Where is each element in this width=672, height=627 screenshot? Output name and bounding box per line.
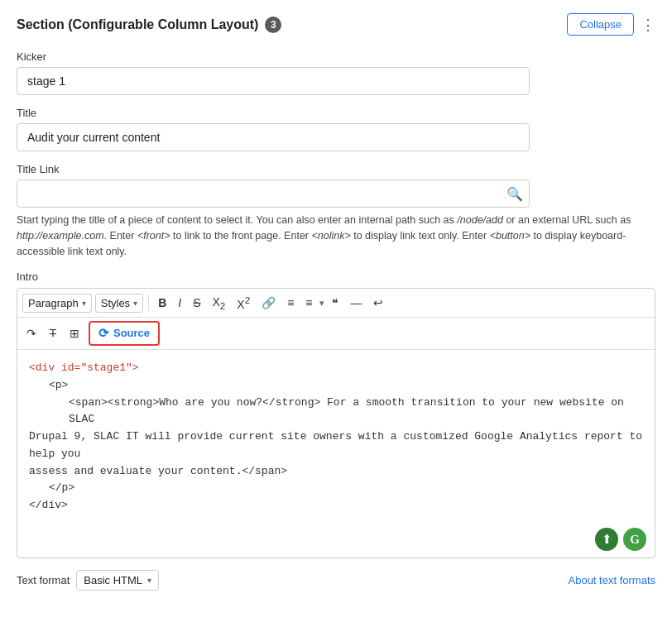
kicker-field-group: Kicker — [17, 50, 655, 95]
intro-label: Intro — [17, 270, 655, 283]
p-open-tag: <p> — [49, 379, 68, 391]
redo-icon: ↷ — [26, 327, 36, 340]
grammarly-icon-arrow: ⬆ — [602, 532, 612, 547]
source-button[interactable]: ⟳ Source — [89, 321, 160, 346]
source-button-label: Source — [113, 327, 150, 339]
text-format-bar: Text format Basic HTML ▾ About text form… — [17, 570, 655, 591]
hr-button[interactable]: — — [346, 294, 366, 312]
paragraph-select[interactable]: Paragraph ▾ — [22, 294, 92, 313]
editor-toolbar-row1: Paragraph ▾ Styles ▾ B I S X2 X2 🔗 ≡ — [17, 289, 655, 318]
text-format-chevron-icon: ▾ — [147, 576, 151, 585]
code-line-7: </div> — [29, 497, 643, 515]
p-close-tag: </p> — [49, 481, 74, 494]
paragraph-chevron-icon: ▾ — [82, 299, 86, 308]
title-link-wrapper: 🔍 — [17, 179, 530, 208]
blockquote-icon: ❝ — [332, 296, 338, 309]
text-format-label: Text format — [17, 574, 70, 586]
text-format-select[interactable]: Basic HTML ▾ — [76, 570, 159, 591]
title-link-search-button[interactable]: 🔍 — [506, 186, 523, 202]
grammarly-icon-2[interactable]: G — [623, 528, 646, 551]
table-icon: ⊞ — [70, 327, 79, 340]
styles-select-label: Styles — [101, 297, 130, 309]
title-field-group: Title — [17, 107, 655, 151]
title-input[interactable] — [17, 123, 530, 151]
redo-button[interactable]: ↷ — [22, 324, 41, 342]
unordered-list-icon: ≡ — [287, 296, 294, 309]
table-button[interactable]: ⊞ — [65, 324, 84, 342]
kicker-input[interactable] — [17, 67, 530, 95]
editor-footer-icons: ⬆ G — [17, 524, 655, 558]
superscript-label: X2 — [237, 294, 250, 311]
text-format-selected-value: Basic HTML — [84, 574, 142, 586]
title-link-field-group: Title Link 🔍 Start typing the title of a… — [17, 163, 655, 259]
search-icon: 🔍 — [506, 187, 523, 201]
title-label: Title — [17, 107, 655, 119]
strikethrough-button[interactable]: S — [189, 294, 204, 312]
styles-select[interactable]: Styles ▾ — [95, 294, 143, 313]
link-button[interactable]: 🔗 — [257, 294, 280, 312]
title-link-label: Title Link — [17, 163, 655, 175]
editor-content-area[interactable]: <div id="stage1"> <p> <span><strong>Who … — [17, 350, 655, 524]
span-content: <span><strong>Who are you now?</strong> … — [69, 396, 624, 426]
clear-format-button[interactable]: T̶ — [46, 324, 60, 342]
editor-wrapper: Paragraph ▾ Styles ▾ B I S X2 X2 🔗 ≡ — [17, 288, 655, 558]
code-line-6: </p> — [49, 480, 643, 497]
section-badge: 3 — [265, 17, 281, 33]
bold-button[interactable]: B — [154, 294, 170, 312]
code-line-5: assess and evaluate your content.</span> — [29, 463, 643, 481]
kicker-label: Kicker — [17, 50, 655, 63]
undo-button[interactable]: ↩ — [369, 294, 387, 312]
toolbar-divider-1 — [148, 294, 149, 311]
code-line-3: <span><strong>Who are you now?</strong> … — [69, 395, 643, 429]
clear-format-icon: T̶ — [50, 327, 56, 339]
code-line-4: Drupal 9, SLAC IT will provide current s… — [29, 428, 643, 463]
code-line-2: <p> — [49, 377, 643, 395]
section-header: Section (Configurable Column Layout) 3 C… — [17, 13, 655, 36]
link-icon: 🔗 — [262, 296, 276, 309]
ordered-list-button[interactable]: ≡ — [301, 294, 316, 312]
div-close-tag: </div> — [29, 499, 68, 511]
grammarly-icon-1[interactable]: ⬆ — [595, 528, 618, 551]
code-continuation-1: Drupal 9, SLAC IT will provide current s… — [29, 430, 642, 460]
title-link-help-text: Start typing the title of a piece of con… — [17, 213, 655, 259]
div-open-tag: <div id="stage1"> — [29, 361, 139, 374]
subscript-label: X2 — [212, 295, 225, 311]
header-actions: Collapse ⋮ — [567, 13, 655, 36]
subscript-button[interactable]: X2 — [208, 293, 229, 314]
ordered-list-icon: ≡ — [305, 296, 312, 309]
about-text-formats-link[interactable]: About text formats — [569, 574, 656, 586]
italic-button[interactable]: I — [174, 294, 185, 312]
section-title-row: Section (Configurable Column Layout) 3 — [17, 17, 281, 33]
styles-chevron-icon: ▾ — [133, 299, 137, 308]
collapse-button[interactable]: Collapse — [567, 13, 634, 36]
blockquote-button[interactable]: ❝ — [328, 294, 343, 312]
more-options-icon[interactable]: ⋮ — [641, 17, 655, 32]
intro-field-group: Intro Paragraph ▾ Styles ▾ B I S X2 X2 🔗 — [17, 270, 655, 558]
superscript-button[interactable]: X2 — [233, 292, 254, 314]
text-format-left: Text format Basic HTML ▾ — [17, 570, 159, 591]
source-code-icon: ⟳ — [98, 326, 109, 341]
list-chevron-icon[interactable]: ▾ — [319, 298, 324, 309]
section-title: Section (Configurable Column Layout) — [17, 17, 258, 32]
code-continuation-2: assess and evaluate your content.</span> — [29, 465, 287, 477]
grammarly-g-icon: G — [630, 533, 640, 547]
editor-toolbar-row2: ↷ T̶ ⊞ ⟳ Source — [17, 318, 655, 350]
title-link-input[interactable] — [17, 179, 530, 208]
paragraph-select-label: Paragraph — [28, 297, 79, 309]
unordered-list-button[interactable]: ≡ — [283, 294, 298, 312]
code-line-1: <div id="stage1"> — [29, 360, 643, 377]
